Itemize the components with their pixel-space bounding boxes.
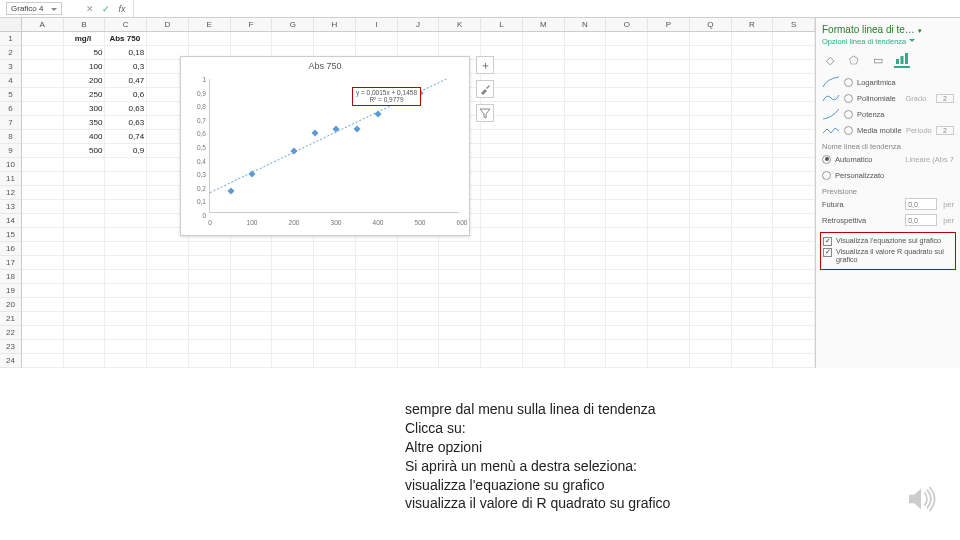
- fill-icon[interactable]: ◇: [822, 52, 838, 68]
- cell[interactable]: [606, 102, 648, 116]
- row-header[interactable]: 20: [0, 298, 22, 312]
- radio[interactable]: [844, 110, 853, 119]
- col-header[interactable]: E: [189, 18, 231, 31]
- cell[interactable]: [398, 242, 440, 256]
- cell[interactable]: [439, 298, 481, 312]
- cell[interactable]: [773, 32, 815, 46]
- cell[interactable]: 0,3: [105, 60, 147, 74]
- cell[interactable]: [565, 200, 607, 214]
- cell[interactable]: [648, 60, 690, 74]
- cell[interactable]: [22, 200, 64, 214]
- cell[interactable]: [272, 256, 314, 270]
- cell[interactable]: [565, 228, 607, 242]
- cell[interactable]: [523, 242, 565, 256]
- cell[interactable]: [648, 354, 690, 368]
- cell[interactable]: [439, 326, 481, 340]
- radio[interactable]: [844, 78, 853, 87]
- row-header[interactable]: 2: [0, 46, 22, 60]
- cell[interactable]: [439, 354, 481, 368]
- cell[interactable]: [606, 88, 648, 102]
- cell[interactable]: [22, 144, 64, 158]
- cell[interactable]: [439, 256, 481, 270]
- embedded-chart[interactable]: Abs 750 00,10,20,30,40,50,60,70,80,91010…: [180, 56, 470, 236]
- cell[interactable]: [523, 186, 565, 200]
- chart-plus-icon[interactable]: ＋: [476, 56, 494, 74]
- cell[interactable]: [481, 298, 523, 312]
- cell[interactable]: [606, 200, 648, 214]
- cell[interactable]: [481, 130, 523, 144]
- cell[interactable]: [606, 228, 648, 242]
- chart-funnel-icon[interactable]: [476, 104, 494, 122]
- cell[interactable]: [481, 200, 523, 214]
- cell[interactable]: [356, 326, 398, 340]
- cell[interactable]: [356, 270, 398, 284]
- cell[interactable]: [565, 284, 607, 298]
- cell[interactable]: [22, 270, 64, 284]
- cell[interactable]: [606, 130, 648, 144]
- row-header[interactable]: 22: [0, 326, 22, 340]
- cell[interactable]: [565, 60, 607, 74]
- cell[interactable]: [314, 270, 356, 284]
- cell[interactable]: [606, 312, 648, 326]
- cell[interactable]: 50: [64, 46, 106, 60]
- cell[interactable]: [105, 298, 147, 312]
- cell[interactable]: [147, 270, 189, 284]
- cell[interactable]: [523, 298, 565, 312]
- spreadsheet-grid[interactable]: ABCDEFGHIJKLMNOPQRS 1mg/lAbs 7502500,183…: [0, 18, 815, 368]
- cell[interactable]: [64, 326, 106, 340]
- size-icon[interactable]: ▭: [870, 52, 886, 68]
- trend-option-mov[interactable]: Media mobile Periodo2: [822, 122, 954, 138]
- cell[interactable]: [648, 312, 690, 326]
- cell[interactable]: [22, 228, 64, 242]
- cell[interactable]: [565, 256, 607, 270]
- cell[interactable]: [732, 60, 774, 74]
- cell[interactable]: [22, 172, 64, 186]
- cell[interactable]: [732, 298, 774, 312]
- cell[interactable]: [773, 102, 815, 116]
- row-header[interactable]: 12: [0, 186, 22, 200]
- col-header[interactable]: N: [565, 18, 607, 31]
- cell[interactable]: [398, 326, 440, 340]
- cell[interactable]: [481, 242, 523, 256]
- cell[interactable]: [356, 312, 398, 326]
- cell[interactable]: [648, 326, 690, 340]
- cell[interactable]: [22, 312, 64, 326]
- cell[interactable]: [565, 298, 607, 312]
- cell[interactable]: [732, 270, 774, 284]
- row-header[interactable]: 24: [0, 354, 22, 368]
- row-header[interactable]: 15: [0, 228, 22, 242]
- cell[interactable]: [439, 242, 481, 256]
- cell[interactable]: 0,18: [105, 46, 147, 60]
- cell[interactable]: [565, 214, 607, 228]
- cell[interactable]: [606, 172, 648, 186]
- cell[interactable]: [773, 144, 815, 158]
- cell[interactable]: [606, 214, 648, 228]
- row-header[interactable]: 19: [0, 284, 22, 298]
- cell[interactable]: [398, 312, 440, 326]
- cell[interactable]: [690, 74, 732, 88]
- cell[interactable]: [565, 102, 607, 116]
- cell[interactable]: [272, 326, 314, 340]
- cell[interactable]: [22, 186, 64, 200]
- cell[interactable]: [231, 242, 273, 256]
- cell[interactable]: [773, 214, 815, 228]
- cell[interactable]: [523, 312, 565, 326]
- cell[interactable]: [606, 186, 648, 200]
- col-header[interactable]: S: [773, 18, 815, 31]
- cell[interactable]: [606, 74, 648, 88]
- cell[interactable]: [565, 32, 607, 46]
- cell[interactable]: [606, 284, 648, 298]
- cell[interactable]: [523, 130, 565, 144]
- cell[interactable]: [606, 256, 648, 270]
- cell[interactable]: 200: [64, 74, 106, 88]
- cell[interactable]: [565, 158, 607, 172]
- cell[interactable]: [314, 32, 356, 46]
- cell[interactable]: [690, 130, 732, 144]
- cell[interactable]: 300: [64, 102, 106, 116]
- display-check[interactable]: ✓Visualizza il valore R quadrato sul gra…: [823, 247, 953, 266]
- cell[interactable]: [690, 242, 732, 256]
- cell[interactable]: [22, 214, 64, 228]
- row-header[interactable]: 17: [0, 256, 22, 270]
- cell[interactable]: [648, 256, 690, 270]
- row-header[interactable]: 23: [0, 340, 22, 354]
